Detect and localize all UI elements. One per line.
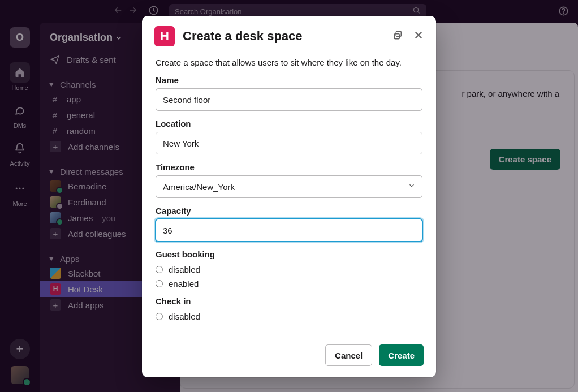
check-in-option[interactable]: disabled — [156, 309, 422, 324]
radio-input[interactable] — [156, 313, 163, 320]
location-label: Location — [156, 119, 422, 128]
capacity-label: Capacity — [156, 206, 422, 216]
guest-booking-option[interactable]: enabled — [156, 277, 422, 291]
cancel-button[interactable]: Cancel — [325, 344, 372, 366]
new-window-icon[interactable] — [393, 30, 403, 42]
radio-label: enabled — [169, 279, 199, 288]
radio-label: disabled — [169, 312, 200, 321]
guest-booking-label: Guest booking — [156, 249, 422, 259]
name-label: Name — [156, 75, 422, 85]
create-desk-space-modal: H Create a desk space Create a space tha… — [142, 16, 436, 377]
modal-intro: Create a space that allows users to sit … — [156, 58, 422, 67]
radio-label: disabled — [169, 265, 200, 274]
radio-input[interactable] — [156, 280, 163, 287]
modal-scroll-area[interactable]: Create a space that allows users to sit … — [142, 51, 436, 336]
close-icon[interactable] — [413, 30, 424, 42]
capacity-field[interactable] — [156, 219, 422, 242]
create-button[interactable]: Create — [379, 344, 424, 366]
app-brand-icon: H — [154, 26, 175, 46]
checkin-label: Check in — [156, 296, 422, 306]
location-field[interactable] — [156, 132, 422, 154]
guest-booking-option[interactable]: disabled — [156, 262, 422, 277]
radio-input[interactable] — [156, 266, 163, 273]
timezone-select[interactable]: America/New_York — [156, 175, 422, 198]
modal-title: Create a desk space — [183, 29, 385, 44]
name-field[interactable] — [156, 88, 422, 111]
timezone-label: Timezone — [156, 162, 422, 172]
